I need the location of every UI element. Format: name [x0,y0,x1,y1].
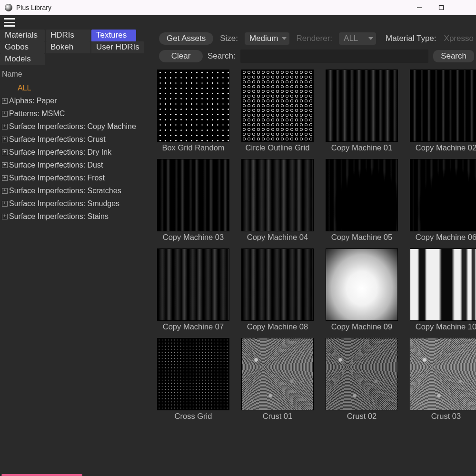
asset-label: Copy Machine 06 [410,233,476,242]
asset-label: Copy Machine 10 [410,322,476,331]
size-value: Medium [249,34,278,43]
renderer-label: Renderer: [296,34,332,43]
hamburger-icon [4,18,15,27]
asset-grid: Box Grid RandomCircle Outline GridCopy M… [157,68,476,421]
asset-thumbnail [326,159,398,231]
tree-item[interactable]: Surface Imperfections: Frost [2,171,150,184]
get-assets-button[interactable]: Get Assets [159,32,213,45]
asset-cell[interactable]: Circle Outline Grid [241,69,314,152]
search-input[interactable] [240,50,429,63]
asset-thumbnail [410,248,476,321]
tree-item[interactable]: Surface Imperfections: Crust [2,133,150,146]
asset-cell[interactable]: Copy Machine 04 [241,159,314,242]
asset-cell[interactable]: Copy Machine 09 [326,248,398,331]
tree-item[interactable]: Surface Imperfections: Stains [2,210,150,223]
tab-row-2: GobosBokehUser HDRIs [0,41,153,53]
toolbar: Get Assets Size: Medium Renderer: ALL Ma… [157,30,476,48]
asset-thumbnail [241,338,314,410]
asset-label: Circle Outline Grid [241,143,314,152]
expand-icon[interactable] [2,188,8,194]
asset-cell[interactable]: Cross Grid [157,338,229,421]
asset-cell[interactable]: Copy Machine 03 [157,159,229,242]
tree-item[interactable]: ALL [2,81,150,94]
expand-icon[interactable] [2,162,8,168]
search-bar: Clear Search: Search [157,48,476,68]
hamburger-menu[interactable] [0,15,476,30]
asset-cell[interactable]: Copy Machine 05 [326,159,398,242]
expand-icon[interactable] [2,137,8,142]
asset-cell[interactable]: Box Grid Random [157,69,229,152]
tab-models[interactable]: Models [0,53,45,65]
asset-label: Box Grid Random [157,143,229,152]
asset-label: Copy Machine 08 [241,322,314,331]
clear-button[interactable]: Clear [159,50,203,62]
tab-materials[interactable]: Materials [0,30,45,41]
asset-thumbnail [241,159,314,231]
asset-cell[interactable]: Crust 03 [410,338,476,421]
tab-row-3: Models [0,53,153,65]
asset-thumbnail [157,248,229,321]
tree-item-label: Surface Imperfections: Stains [9,210,109,223]
tree-header: Name [2,68,150,80]
asset-cell[interactable]: Copy Machine 08 [241,248,314,331]
tree-item[interactable]: Surface Imperfections: Dry Ink [2,146,150,159]
asset-cell[interactable]: Crust 01 [241,338,314,421]
search-label: Search: [208,51,236,61]
asset-cell[interactable]: Copy Machine 01 [326,69,398,152]
asset-cell[interactable]: Copy Machine 10 [410,248,476,331]
asset-thumbnail [410,69,476,142]
size-select[interactable]: Medium [245,32,289,45]
asset-thumbnail [410,338,476,410]
asset-cell[interactable]: Copy Machine 07 [157,248,229,331]
expand-icon[interactable] [2,149,8,155]
chevron-down-icon [282,37,287,40]
asset-cell[interactable]: Copy Machine 06 [410,159,476,242]
asset-label: Crust 03 [410,412,476,421]
asset-label: Copy Machine 09 [326,322,398,331]
tree-item-label: Surface Imperfections: Frost [9,172,105,184]
asset-label: Copy Machine 04 [241,233,314,242]
minimize-button[interactable] [408,0,430,15]
tree-item[interactable]: Alphas: Paper [2,94,150,107]
tree-item-label: Surface Imperfections: Crust [9,133,106,146]
chevron-down-icon [368,37,373,40]
expand-icon[interactable] [2,111,8,117]
tab-gobos[interactable]: Gobos [0,41,45,53]
tree-item-label: Alphas: Paper [9,95,57,107]
tab-hdris[interactable]: HDRIs [46,30,90,41]
asset-cell[interactable]: Copy Machine 02 [410,69,476,152]
asset-thumbnail [326,69,398,142]
expand-icon[interactable] [2,175,8,181]
tree-item[interactable]: Surface Imperfections: Dust [2,159,150,171]
tree-item[interactable]: Surface Imperfections: Smudges [2,197,150,210]
search-button[interactable]: Search [433,50,474,62]
asset-thumbnail [157,159,229,231]
window-title: Plus Library [16,4,51,11]
renderer-select[interactable]: ALL [339,32,376,45]
expand-icon[interactable] [2,124,8,129]
tree-item-label: ALL [18,82,31,94]
asset-cell[interactable]: Crust 02 [326,338,398,421]
expand-icon[interactable] [2,201,8,207]
material-type-value: Xpresso [444,34,474,43]
maximize-button[interactable] [430,0,452,15]
tab-bokeh[interactable]: Bokeh [46,41,90,53]
status-indicator [1,474,82,476]
asset-thumbnail [326,338,398,410]
tree-item-label: Surface Imperfections: Dust [9,159,103,171]
tab-textures[interactable]: Textures [91,30,136,41]
asset-thumbnail [157,338,229,410]
tab-user-hdris[interactable]: User HDRIs [91,41,144,53]
tree-item[interactable]: Surface Imperfections: Scratches [2,184,150,197]
asset-label: Copy Machine 01 [326,143,398,152]
asset-label: Copy Machine 05 [326,233,398,242]
svg-rect-1 [439,6,444,10]
category-tree: Name ALLAlphas: PaperPatterns: MSMCSurfa… [0,65,153,226]
tree-item[interactable]: Patterns: MSMC [2,107,150,120]
expand-icon[interactable] [2,98,8,104]
tree-item[interactable]: Surface Imperfections: Copy Machine [2,120,150,133]
expand-icon[interactable] [2,214,8,219]
tree-item-label: Surface Imperfections: Copy Machine [9,120,136,133]
asset-label: Crust 01 [241,412,314,421]
asset-thumbnail [241,248,314,321]
